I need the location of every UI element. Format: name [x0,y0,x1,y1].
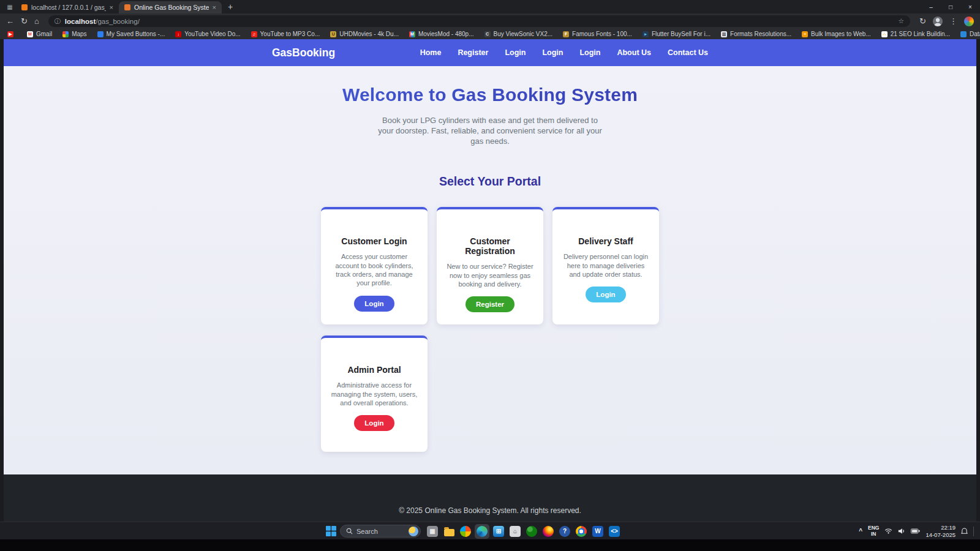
bookmark-item[interactable]: ▸ Flutter BuySell For i... [643,31,710,37]
search-label: Search [356,528,378,535]
language-region: IN [871,531,876,537]
sync-icon[interactable]: ↻ [919,17,926,25]
bookmark-item[interactable]: ▥ Formats Resolutions... [721,31,791,37]
saved-buttons-icon [97,31,104,37]
xbox-icon[interactable] [524,524,539,539]
file-explorer-icon[interactable] [442,524,456,539]
bookmark-item[interactable]: F Famous Fonts - 100... [563,31,632,37]
help-icon[interactable]: ? [557,524,572,539]
volume-icon[interactable] [898,528,905,534]
task-view-icon[interactable]: ▦ [425,524,440,539]
nav-link[interactable]: Login [505,48,526,57]
photos-icon[interactable] [458,524,473,539]
bookmark-item[interactable]: ≡ Bulk Images to Web... [802,31,871,37]
card-action-button[interactable]: Login [586,287,625,302]
nav-link[interactable]: Home [420,48,442,57]
bookmark-item[interactable]: M Gmail [27,31,52,37]
bookmark-item[interactable]: Maps [62,31,86,37]
card-action-button[interactable]: Register [466,296,514,312]
word-icon[interactable]: W [590,524,605,539]
bookmark-item[interactable]: C Buy ViewSonic VX2... [484,31,553,37]
tray-time: 22:19 [941,524,956,531]
gmail-icon: M [27,31,33,37]
youtube-mp3-icon: ♫ [251,31,257,37]
show-desktop-edge[interactable] [973,527,975,536]
nav-link[interactable]: About Us [617,48,651,57]
bookmark-item[interactable]: ↓ YouTube Video Do... [175,31,240,37]
bookmark-label: YouTube to MP3 Co... [260,31,320,37]
site-brand[interactable]: GasBooking [272,47,335,59]
bookmark-item[interactable]: ♫ YouTube to MP3 Co... [251,31,320,37]
tab-title: localhost / 127.0.0.1 / gas_booki [31,4,106,11]
card-title: Admin Portal [330,365,419,375]
card-description: Delivery personnel can login here to man… [561,252,650,279]
bookmark-label: YouTube Video Do... [184,31,240,37]
maximize-button[interactable]: □ [941,0,960,13]
portal-card: Customer Login Access your customer acco… [321,207,428,324]
tray-chevron-up-icon[interactable]: ^ [859,528,862,534]
bookmark-item[interactable]: ∴ 21 SEO Link Buildin... [881,31,950,37]
maps-icon [62,31,69,37]
back-icon[interactable]: ← [6,17,14,25]
main-content: Welcome to Gas Booking System Book your … [4,66,976,474]
vscode-icon[interactable]: <> [607,524,622,539]
windows-logo-icon [326,526,336,536]
seo-link-building-icon: ∴ [881,31,888,37]
home-icon[interactable]: ⌂ [34,17,39,25]
taskbar: Search ▦ ⊞ [0,522,980,539]
bookmark-label: Bulk Images to Web... [811,31,871,37]
new-tab-button[interactable]: + [228,2,233,12]
bookmark-item[interactable]: M MoviesMod - 480p... [409,31,474,37]
nav-link[interactable]: Login [542,48,563,57]
taskbar-search[interactable]: Search [340,525,421,538]
tab-favicon-icon [21,4,28,10]
site-info-icon[interactable]: ⓘ [55,17,61,26]
tab-close-icon[interactable]: × [110,4,113,11]
nav-link[interactable]: Login [579,48,600,57]
start-button[interactable] [323,524,338,539]
bookmarks-bar: ▶ M Gmail Maps My Saved Buttons -... [0,29,980,39]
nav-link[interactable]: Contact Us [668,48,708,57]
browser-window: ▦ localhost / 127.0.0.1 / gas_booki × On… [0,0,980,522]
card-action-button[interactable]: Login [354,415,394,431]
card-action-button[interactable]: Login [354,296,394,312]
clock[interactable]: 22:19 14-07-2025 [925,524,956,538]
card-description: Access your customer account to book cyl… [330,252,419,287]
address-bar[interactable]: ⓘ localhost/gas_booking/ ☆ [48,15,910,27]
browser-tab[interactable]: localhost / 127.0.0.1 / gas_booki × [16,1,119,13]
tab-search-icon[interactable]: ▦ [4,4,16,10]
store-icon[interactable]: ⊞ [491,524,506,539]
search-widget-image [409,527,418,536]
bookmark-item[interactable]: ▶ [7,31,17,37]
battery-icon[interactable] [911,528,920,534]
bookmark-star-icon[interactable]: ☆ [898,17,904,25]
bookmark-item[interactable]: U UHDMovies - 4k Du... [330,31,399,37]
account-avatar[interactable] [964,17,974,26]
screen: ▦ localhost / 127.0.0.1 / gas_booki × On… [0,0,980,551]
chrome-icon[interactable] [574,524,589,539]
notification-bell-icon[interactable] [961,528,968,535]
search-icon [346,528,353,534]
browser-tab[interactable]: Online Gas Booking System × [119,1,222,13]
bookmark-item[interactable]: Data Base.xlsx - Mic... [960,31,980,37]
youtube-icon: ▶ [7,31,13,37]
menu-kebab-icon[interactable]: ⋮ [949,17,957,25]
edge-icon[interactable] [475,524,489,539]
bookmark-label: Formats Resolutions... [730,31,791,37]
bookmark-item[interactable]: My Saved Buttons -... [97,31,165,37]
bookmark-label: UHDMovies - 4k Du... [339,31,399,37]
screen-bottom-strip [0,539,980,551]
card-title: Delivery Staff [561,236,650,246]
bookmark-label: 21 SEO Link Buildin... [891,31,950,37]
profile-avatar-icon[interactable] [933,17,943,26]
nav-link[interactable]: Register [458,48,488,57]
tab-close-icon[interactable]: × [213,4,216,11]
firefox-icon[interactable] [541,524,556,539]
home-app-icon[interactable]: ⌂ [508,524,522,539]
language-indicator[interactable]: ENG IN [868,525,879,537]
wifi-icon[interactable] [884,528,892,534]
reload-icon[interactable]: ↻ [21,17,28,25]
close-button[interactable]: × [960,0,980,13]
minimize-button[interactable]: – [921,0,941,13]
browser-toolbar: ← ↻ ⌂ ⓘ localhost/gas_booking/ ☆ ↻ ⋮ [0,13,980,29]
